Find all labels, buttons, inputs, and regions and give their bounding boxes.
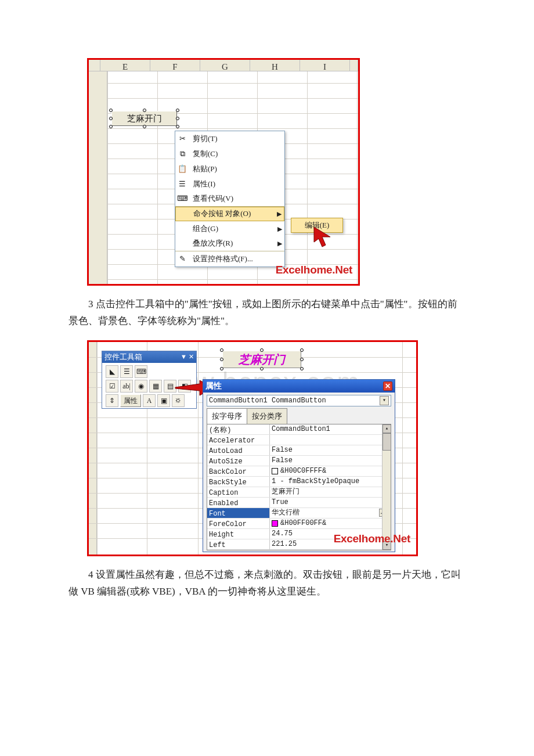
menu-item-format-control[interactable]: ✎ 设置控件格式(F)... <box>175 251 284 267</box>
resize-handle-icon[interactable] <box>260 367 264 370</box>
toolbox-combo-icon[interactable]: ▦ <box>149 380 162 393</box>
resize-handle-icon[interactable] <box>109 117 113 120</box>
scroll-up-icon[interactable]: ▴ <box>383 424 391 433</box>
property-value[interactable]: 华文行楷... <box>270 508 391 518</box>
property-row[interactable]: AutoLoadFalse <box>207 445 391 456</box>
command-button-selection[interactable]: 芝麻开门 <box>222 351 301 368</box>
toolbox-view-code-icon[interactable]: ⌨ <box>135 365 147 378</box>
properties-title: 属性 <box>205 379 222 393</box>
menu-label: 复制(C) <box>189 147 284 160</box>
toolbox-title: 控件工具箱 <box>104 351 142 363</box>
command-button[interactable]: 芝麻开门 <box>222 351 301 368</box>
toolbox-titlebar[interactable]: 控件工具箱 ▼ ✕ <box>102 351 196 363</box>
property-row[interactable]: Caption芝麻开门 <box>207 487 391 498</box>
resize-handle-icon[interactable] <box>300 367 304 370</box>
property-name: (名称) <box>207 424 270 434</box>
menu-item-properties[interactable]: ☰ 属性(I) <box>175 177 284 192</box>
menu-label: 剪切(T) <box>189 132 284 145</box>
paste-icon: 📋 <box>175 163 189 175</box>
property-value[interactable]: CommandButton1 <box>270 424 391 434</box>
resize-handle-icon[interactable] <box>220 367 223 370</box>
toolbox-spinner-icon[interactable]: ⇕ <box>106 394 118 407</box>
watermark: Excelhome.Net <box>334 530 410 548</box>
menu-item-copy[interactable]: ⧉ 复制(C) <box>175 146 284 161</box>
menu-item-group[interactable]: 组合(G) ▶ <box>175 221 284 236</box>
menu-label: 叠放次序(R) <box>189 237 275 250</box>
toolbox-design-mode-icon[interactable]: ◣ <box>106 365 118 378</box>
paragraph-step-4: 4 设置属性虽然有趣，但总不过瘾，来点刺激的。双击按钮，眼前是另一片天地，它叫做… <box>68 567 466 600</box>
property-name: Left <box>207 539 270 549</box>
properties-window[interactable]: 属性 ✕ CommandButton1 CommandButton ▾ 按字母序… <box>203 379 395 552</box>
resize-handle-icon[interactable] <box>176 117 179 120</box>
col-header[interactable]: E <box>100 60 150 71</box>
resize-handle-icon[interactable] <box>300 358 304 361</box>
menu-label: 属性(I) <box>189 178 284 190</box>
property-value[interactable]: &H00C0FFFF& <box>270 466 391 476</box>
property-value[interactable] <box>270 435 391 445</box>
menu-item-cut[interactable]: ✂ 剪切(T) <box>175 131 284 146</box>
resize-handle-icon[interactable] <box>176 125 179 128</box>
col-header[interactable]: F <box>150 60 200 71</box>
property-name: AutoLoad <box>207 445 270 455</box>
toolbox-checkbox-icon[interactable]: ☑ <box>106 380 118 393</box>
toolbox-option-icon[interactable]: ◉ <box>135 380 147 393</box>
code-icon: ⌨ <box>175 192 189 205</box>
property-row[interactable]: Font华文行楷... <box>207 508 391 519</box>
controls-toolbox[interactable]: 控件工具箱 ▼ ✕ ◣ ☰ ⌨ ☑ ab| ◉ ▦ ▤ ◧ <box>102 351 197 409</box>
command-button-selection[interactable]: 芝麻开门 <box>111 111 177 126</box>
property-row[interactable]: Accelerator <box>207 435 391 445</box>
resize-handle-icon[interactable] <box>176 109 179 112</box>
close-icon[interactable]: ✕ <box>189 351 194 362</box>
toolbox-textbox-icon[interactable]: ab| <box>120 380 133 393</box>
menu-item-paste[interactable]: 📋 粘贴(P) <box>175 161 284 177</box>
property-row[interactable]: BackColor&H00C0FFFF& <box>207 466 391 477</box>
menu-item-command-button-object[interactable]: 命令按钮 对象(O) ▶ <box>175 207 284 221</box>
resize-handle-icon[interactable] <box>300 348 304 352</box>
resize-handle-icon[interactable] <box>143 125 146 128</box>
submenu-arrow-icon: ▶ <box>275 208 284 219</box>
tab-alphabetic[interactable]: 按字母序 <box>207 408 247 424</box>
property-row[interactable]: EnabledTrue <box>207 498 391 508</box>
resize-handle-icon[interactable] <box>109 109 113 112</box>
color-swatch-icon <box>272 520 278 527</box>
toolbox-image-icon[interactable]: ▣ <box>157 394 170 407</box>
command-button[interactable]: 芝麻开门 <box>111 111 177 126</box>
resize-handle-icon[interactable] <box>143 109 146 112</box>
menu-item-view-code[interactable]: ⌨ 查看代码(V) <box>175 192 284 207</box>
scroll-thumb[interactable] <box>383 433 391 451</box>
close-icon[interactable]: ✕ <box>383 381 392 391</box>
property-value[interactable]: 1 - fmBackStyleOpaque <box>270 477 391 487</box>
object-selector[interactable]: CommandButton1 CommandButton ▾ <box>207 395 391 406</box>
col-header[interactable]: H <box>250 60 300 71</box>
col-header[interactable]: G <box>200 60 250 71</box>
property-row[interactable]: AutoSizeFalse <box>207 456 391 466</box>
property-name: AutoSize <box>207 456 270 466</box>
context-menu: ✂ 剪切(T) ⧉ 复制(C) 📋 粘贴(P) ☰ 属性(I) ⌨ 查看代码(V… <box>175 131 285 267</box>
chevron-down-icon[interactable]: ▾ <box>380 396 389 405</box>
toolbox-label-icon[interactable]: A <box>143 394 156 407</box>
color-swatch-icon <box>272 468 278 474</box>
property-value[interactable]: True <box>270 498 391 507</box>
resize-handle-icon[interactable] <box>260 348 264 352</box>
resize-handle-icon[interactable] <box>109 125 113 128</box>
dropdown-icon[interactable]: ▼ <box>181 351 187 362</box>
menu-item-order[interactable]: 叠放次序(R) ▶ <box>175 236 284 251</box>
property-value[interactable]: &H00FF00FF& <box>270 519 391 528</box>
property-row[interactable]: (名称)CommandButton1 <box>207 424 391 435</box>
tab-categorized[interactable]: 按分类序 <box>247 408 287 424</box>
toolbox-properties-button[interactable]: 属性 <box>120 394 141 407</box>
col-header[interactable]: I <box>300 60 350 71</box>
properties-titlebar[interactable]: 属性 ✕ <box>203 380 395 393</box>
resize-handle-icon[interactable] <box>220 358 223 361</box>
col-header <box>350 60 358 71</box>
property-name: Font <box>207 508 270 518</box>
property-value[interactable]: False <box>270 456 391 466</box>
property-row[interactable]: ForeColor&H00FF00FF& <box>207 519 391 529</box>
cursor-arrow-icon <box>313 226 333 249</box>
toolbox-properties-icon[interactable]: ☰ <box>120 365 133 378</box>
property-value[interactable]: 芝麻开门 <box>270 487 391 497</box>
resize-handle-icon[interactable] <box>220 348 223 352</box>
property-value[interactable]: False <box>270 445 391 455</box>
property-row[interactable]: BackStyle1 - fmBackStyleOpaque <box>207 477 391 487</box>
properties-tabs: 按字母序 按分类序 <box>207 408 391 424</box>
